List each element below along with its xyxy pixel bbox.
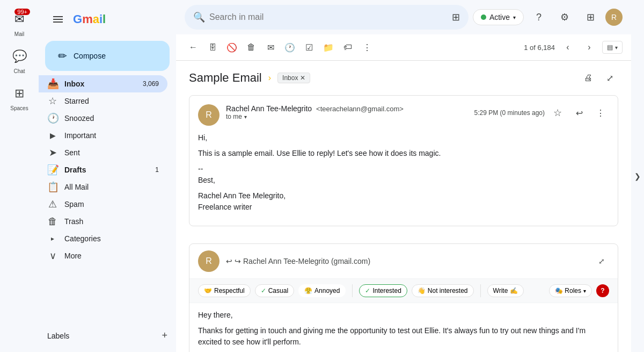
mark-email-button[interactable]: ✉ bbox=[262, 39, 279, 56]
sidebar-item-snoozed[interactable]: 🕐 Snoozed bbox=[39, 110, 167, 127]
delete-email-button[interactable]: 🗑 bbox=[243, 39, 260, 56]
drafts-icon: 📝 bbox=[47, 164, 58, 176]
sidebar-item-label: Important bbox=[64, 131, 159, 140]
tone-interested-button[interactable]: ✓ Interested bbox=[359, 284, 407, 297]
archive-button[interactable]: 🗄 bbox=[204, 39, 221, 56]
more-message-button[interactable]: ⋮ bbox=[592, 104, 609, 121]
star-icon: ☆ bbox=[553, 107, 562, 119]
help-label: ? bbox=[601, 287, 604, 294]
chat-nav-item[interactable]: 💬 Chat bbox=[0, 41, 39, 78]
move-button[interactable]: 📁 bbox=[320, 39, 337, 56]
sidebar-item-sent[interactable]: ➤ Sent bbox=[39, 144, 167, 161]
roles-button[interactable]: 🎭 Roles ▾ bbox=[549, 284, 592, 297]
mark-icon: ✉ bbox=[267, 42, 274, 53]
tone-divider bbox=[352, 284, 353, 297]
label-button[interactable]: 🏷 bbox=[339, 39, 356, 56]
back-icon: ← bbox=[189, 42, 197, 52]
active-status-button[interactable]: Active ▾ bbox=[473, 9, 524, 25]
sidebar-item-all-mail[interactable]: 📋 All Mail bbox=[39, 178, 167, 196]
sidebar-header: Gmail bbox=[39, 4, 176, 39]
settings-icon: ⚙ bbox=[560, 11, 569, 23]
more-icon: ⋮ bbox=[363, 42, 371, 53]
labels-title: Labels bbox=[47, 332, 69, 340]
star-button[interactable]: ☆ bbox=[549, 104, 566, 121]
apps-button[interactable]: ⊞ bbox=[580, 6, 601, 28]
reply-message-button[interactable]: ↩ bbox=[570, 104, 588, 121]
mail-nav-item[interactable]: ✉ 99+ Mail bbox=[0, 4, 39, 41]
categories-icon: ▸ bbox=[47, 235, 58, 242]
sender-avatar: R bbox=[198, 104, 219, 126]
move-icon: 📁 bbox=[323, 42, 334, 53]
write-button[interactable]: Write ✍ bbox=[487, 284, 524, 297]
message-header-actions: 5:29 PM (0 minutes ago) ☆ ↩ ⋮ bbox=[474, 104, 609, 121]
annoyed-label: Annoyed bbox=[314, 287, 340, 294]
report-icon: 🚫 bbox=[226, 42, 237, 53]
sidebar-item-trash[interactable]: 🗑 Trash bbox=[39, 213, 167, 230]
sidebar-item-label: Starred bbox=[64, 97, 159, 105]
help-button[interactable]: ? bbox=[528, 6, 550, 28]
spaces-label: Spaces bbox=[10, 105, 28, 111]
search-input[interactable] bbox=[209, 12, 448, 22]
labels-add-button[interactable]: + bbox=[162, 330, 167, 341]
active-indicator bbox=[481, 15, 486, 20]
snooze-button[interactable]: 🕐 bbox=[281, 39, 298, 56]
tone-annoyed-button[interactable]: 😤 Annoyed bbox=[298, 284, 346, 297]
add-task-button[interactable]: ☑ bbox=[301, 39, 318, 56]
tag-arrow-icon: › bbox=[268, 73, 271, 83]
inbox-tag-close[interactable]: ✕ bbox=[300, 74, 305, 82]
more-toolbar-button[interactable]: ⋮ bbox=[358, 39, 376, 56]
labels-section: Labels + bbox=[39, 324, 176, 348]
chat-label: Chat bbox=[13, 68, 25, 74]
sidebar-item-categories[interactable]: ▸ Categories bbox=[39, 230, 167, 247]
inbox-tag-label: Inbox bbox=[282, 74, 298, 82]
help-button[interactable]: ? bbox=[596, 284, 609, 297]
message-time: 5:29 PM (0 minutes ago) bbox=[474, 109, 545, 117]
sidebar: Gmail ✏ Compose 📥 Inbox 3,069 ☆ Starred … bbox=[39, 0, 176, 352]
hamburger-button[interactable] bbox=[47, 9, 69, 30]
reply-line-1: Hey there, bbox=[198, 310, 609, 321]
reply-body[interactable]: Hey there, Thanks for getting in touch a… bbox=[189, 303, 618, 352]
avatar[interactable]: R bbox=[605, 9, 623, 26]
reply-expand-button[interactable]: ⤢ bbox=[594, 254, 609, 269]
print-button[interactable]: 🖨 bbox=[580, 69, 597, 87]
report-spam-button[interactable]: 🚫 bbox=[223, 39, 240, 56]
sidebar-item-more[interactable]: ∨ More bbox=[39, 247, 167, 264]
next-email-button[interactable]: › bbox=[581, 39, 598, 56]
spaces-nav-item[interactable]: ⊞ Spaces bbox=[0, 78, 39, 116]
sender-name-row: Rachel Ann Tee-Melegrito <teerachelann@g… bbox=[226, 104, 468, 113]
sidebar-item-spam[interactable]: ⚠ Spam bbox=[39, 196, 167, 213]
sidebar-item-drafts[interactable]: 📝 Drafts 1 bbox=[39, 161, 167, 178]
search-icon: 🔍 bbox=[193, 11, 205, 23]
message-to[interactable]: to me ▾ bbox=[226, 113, 468, 120]
reply-line-2: Thanks for getting in touch and giving m… bbox=[198, 325, 609, 348]
body-line-4: Rachel Ann Tee Melegrito,Freelance write… bbox=[198, 190, 609, 213]
tone-not-interested-button[interactable]: 👋 Not interested bbox=[412, 284, 474, 297]
sidebar-item-label: All Mail bbox=[64, 183, 159, 191]
view-toggle-button[interactable]: ▤ ▾ bbox=[602, 41, 623, 54]
sidebar-item-starred[interactable]: ☆ Starred bbox=[39, 92, 167, 110]
expand-button[interactable]: ⤢ bbox=[601, 69, 618, 87]
all-mail-icon: 📋 bbox=[47, 181, 58, 193]
view-icon: ▤ bbox=[607, 44, 613, 51]
sidebar-item-label: Inbox bbox=[64, 80, 136, 88]
tone-respectful-button[interactable]: 🤝 Respectful bbox=[198, 284, 251, 297]
expand-icon: ⤢ bbox=[606, 73, 613, 83]
prev-email-button[interactable]: ‹ bbox=[559, 39, 576, 56]
settings-button[interactable]: ⚙ bbox=[554, 6, 575, 28]
compose-button[interactable]: ✏ Compose bbox=[45, 41, 170, 71]
sidebar-item-inbox[interactable]: 📥 Inbox 3,069 bbox=[39, 75, 167, 92]
inbox-icon: 📥 bbox=[47, 78, 58, 90]
back-button[interactable]: ← bbox=[185, 39, 202, 56]
tone-bar: 🤝 Respectful ✓ Casual 😤 Annoyed ✓ Int bbox=[189, 279, 618, 303]
search-tune-icon[interactable]: ⊞ bbox=[452, 11, 460, 23]
right-panel-toggle[interactable]: ❯ bbox=[631, 0, 644, 352]
sidebar-item-important[interactable]: ▶ Important bbox=[39, 127, 167, 144]
email-counter: 1 of 6,184 ‹ › ▤ ▾ bbox=[524, 39, 623, 56]
casual-label: Casual bbox=[268, 287, 288, 294]
sidebar-item-label: Trash bbox=[64, 217, 159, 226]
reply-box: R ↩ ↪ Rachel Ann Tee-Melegrito (gmail.co… bbox=[189, 243, 618, 352]
labels-header: Labels + bbox=[47, 328, 167, 343]
tone-casual-button[interactable]: ✓ Casual bbox=[255, 284, 294, 297]
important-icon: ▶ bbox=[47, 131, 58, 140]
label-icon: 🏷 bbox=[343, 42, 352, 52]
